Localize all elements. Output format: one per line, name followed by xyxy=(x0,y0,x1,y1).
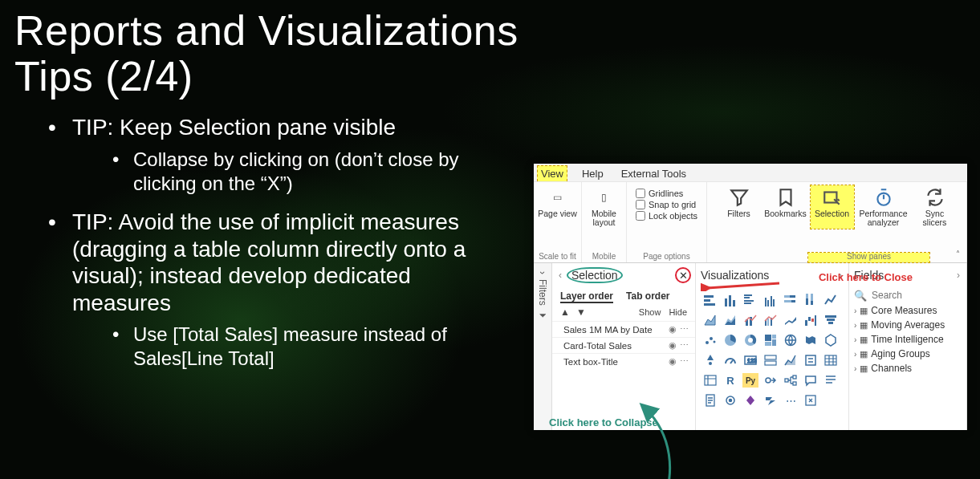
svg-rect-52 xyxy=(765,361,776,365)
r-visual-icon[interactable]: R xyxy=(721,371,740,390)
annotation-collapse: Click here to Collapse xyxy=(549,416,658,428)
funnel-icon[interactable] xyxy=(821,311,840,330)
svg-rect-16 xyxy=(773,299,775,306)
perf-analyzer-button[interactable]: Performance analyzer xyxy=(857,185,910,229)
tab-external-tools[interactable]: External Tools xyxy=(618,166,689,181)
pie-icon[interactable] xyxy=(721,331,740,350)
svg-rect-11 xyxy=(744,300,754,302)
lock-checkbox[interactable]: Lock objects xyxy=(636,211,697,221)
line-column-icon[interactable] xyxy=(741,311,760,330)
clustered-column-icon[interactable] xyxy=(761,290,780,310)
eye-icon[interactable]: ◉ xyxy=(669,356,677,367)
eye-icon[interactable]: ◉ xyxy=(669,324,677,335)
filters-expand-icon[interactable]: › xyxy=(537,271,548,274)
mobile-layout-button[interactable]: ▯ Mobile layout xyxy=(583,185,626,229)
svg-point-42 xyxy=(748,338,753,343)
page-view-button[interactable]: ▭ Page view xyxy=(536,185,579,220)
custom-visual-icon[interactable] xyxy=(801,391,820,410)
group-label-mobile: Mobile xyxy=(592,253,616,262)
ribbon-tabstrip: View Help External Tools xyxy=(534,164,967,182)
selection-label: Selection xyxy=(815,209,849,218)
sync-slicers-button[interactable]: Sync slicers xyxy=(913,185,957,229)
waterfall-icon[interactable] xyxy=(801,311,820,330)
key-influencers-icon[interactable] xyxy=(761,371,780,390)
more-icon[interactable]: ⋯ xyxy=(680,356,689,367)
automate-icon[interactable] xyxy=(761,391,780,410)
filters-rail[interactable]: › Filters ⏷ xyxy=(534,263,552,430)
multi-card-icon[interactable] xyxy=(761,351,780,370)
scatter-icon[interactable] xyxy=(701,331,720,350)
hundred-bar-icon[interactable] xyxy=(781,290,800,310)
selection-button[interactable]: Selection xyxy=(811,185,854,229)
azure-map-icon[interactable] xyxy=(701,351,720,370)
search-input[interactable] xyxy=(870,289,962,302)
svg-rect-4 xyxy=(704,299,710,302)
ribbon-chart-icon[interactable] xyxy=(781,311,800,330)
hide-button[interactable]: Hide xyxy=(669,307,687,317)
svg-rect-3 xyxy=(704,295,714,298)
card-icon[interactable]: 123 xyxy=(741,351,760,370)
gridlines-checkbox[interactable]: Gridlines xyxy=(636,189,697,198)
filled-map-icon[interactable] xyxy=(801,331,820,350)
shape-map-icon[interactable] xyxy=(821,331,840,350)
list-item[interactable]: ›▦Moving Averages xyxy=(849,318,966,332)
list-item[interactable]: Card-Total Sales◉⋯ xyxy=(552,337,695,353)
svg-rect-20 xyxy=(784,300,791,302)
selection-close-button[interactable]: ✕ xyxy=(676,268,690,282)
snap-checkbox[interactable]: Snap to grid xyxy=(636,200,697,209)
fields-search[interactable]: 🔍 xyxy=(849,287,966,303)
arcgis-icon[interactable] xyxy=(721,391,740,410)
green-arrow-icon xyxy=(628,401,693,479)
clustered-bar-icon[interactable] xyxy=(741,290,760,310)
stacked-area-icon[interactable] xyxy=(721,311,740,330)
bullet-list-level1: TIP: Keep Selection pane visible Collaps… xyxy=(0,114,498,371)
tab-layer-order[interactable]: Layer order xyxy=(560,290,613,303)
gauge-icon[interactable] xyxy=(721,351,740,370)
filters-button[interactable]: Filters xyxy=(718,185,761,229)
eye-icon[interactable]: ◉ xyxy=(669,340,677,351)
ribbon-collapse-chevron-icon[interactable]: ˄ xyxy=(956,250,966,259)
get-more-icon[interactable]: ⋯ xyxy=(781,391,800,410)
bookmarks-button[interactable]: Bookmarks xyxy=(764,185,807,229)
fields-collapse-chevron-icon[interactable]: › xyxy=(955,270,962,281)
smart-narrative-icon[interactable] xyxy=(821,371,840,390)
list-item[interactable]: Sales 1M MA by Date◉⋯ xyxy=(552,321,695,337)
stacked-bar-icon[interactable] xyxy=(701,290,720,310)
table-icon[interactable] xyxy=(821,351,840,370)
paginated-icon[interactable] xyxy=(701,391,720,410)
area-chart-icon[interactable] xyxy=(701,311,720,330)
py-visual-icon[interactable]: Py xyxy=(741,371,760,390)
treemap-icon[interactable] xyxy=(761,331,780,350)
line-chart-icon[interactable] xyxy=(821,290,840,310)
stacked-column-icon[interactable] xyxy=(721,290,740,310)
list-item[interactable]: ›▦Channels xyxy=(849,361,966,375)
selection-collapse-chevron-icon[interactable]: ‹ xyxy=(557,270,563,281)
show-button[interactable]: Show xyxy=(639,307,661,317)
more-icon[interactable]: ⋯ xyxy=(680,324,689,335)
table-icon: ▦ xyxy=(860,320,868,331)
kpi-icon[interactable] xyxy=(781,351,800,370)
list-item[interactable]: Text box-Title◉⋯ xyxy=(552,353,695,369)
qa-visual-icon[interactable] xyxy=(801,371,820,390)
line-clustered-icon[interactable] xyxy=(761,311,780,330)
map-icon[interactable] xyxy=(781,331,800,350)
bullet-1a: Collapse by clicking on (don’t close by … xyxy=(112,148,498,196)
layer-move-up-icon[interactable]: ▲ xyxy=(560,306,568,318)
slicer-icon[interactable] xyxy=(801,351,820,370)
tab-help[interactable]: Help xyxy=(579,166,607,181)
list-item[interactable]: ›▦Aging Groups xyxy=(849,347,966,361)
more-icon[interactable]: ⋯ xyxy=(680,340,689,351)
list-item[interactable]: ›▦Time Intelligence xyxy=(849,332,966,347)
matrix-icon[interactable] xyxy=(701,371,720,390)
powerapps-icon[interactable] xyxy=(741,391,760,410)
tab-view[interactable]: View xyxy=(537,165,567,181)
layer-move-down-icon[interactable]: ▼ xyxy=(576,306,584,318)
hundred-column-icon[interactable] xyxy=(801,290,820,310)
tab-tab-order[interactable]: Tab order xyxy=(626,290,669,303)
ribbon-group-show-panes: Filters Bookmarks Selection xyxy=(707,182,967,262)
donut-icon[interactable] xyxy=(741,331,760,350)
list-item[interactable]: ›▦Core Measures xyxy=(849,303,966,318)
group-label-pageopt: Page options xyxy=(643,253,689,262)
decomp-tree-icon[interactable] xyxy=(781,371,800,390)
bullet-2-text: TIP: Avoid the use of implicit measures … xyxy=(72,209,466,315)
